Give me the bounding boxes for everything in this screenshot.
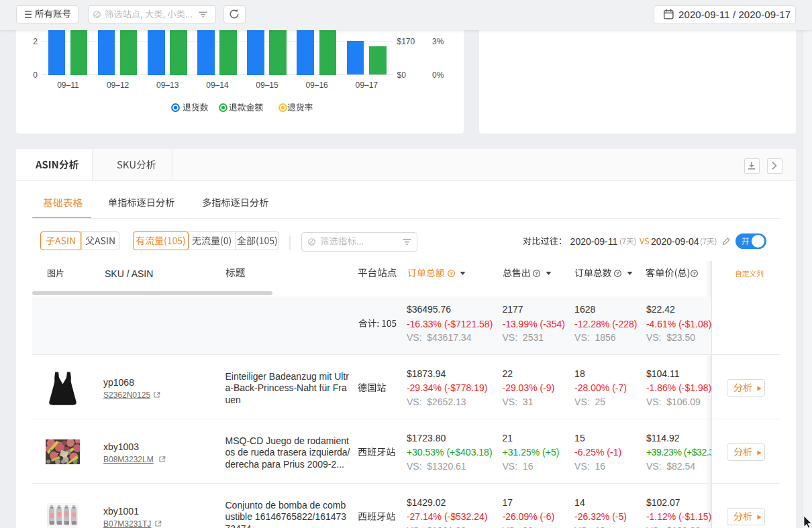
svg-text:?: ? (450, 270, 453, 276)
svg-text:?: ? (616, 270, 619, 276)
svg-text:?: ? (535, 270, 538, 276)
svg-text:?: ? (693, 270, 696, 276)
